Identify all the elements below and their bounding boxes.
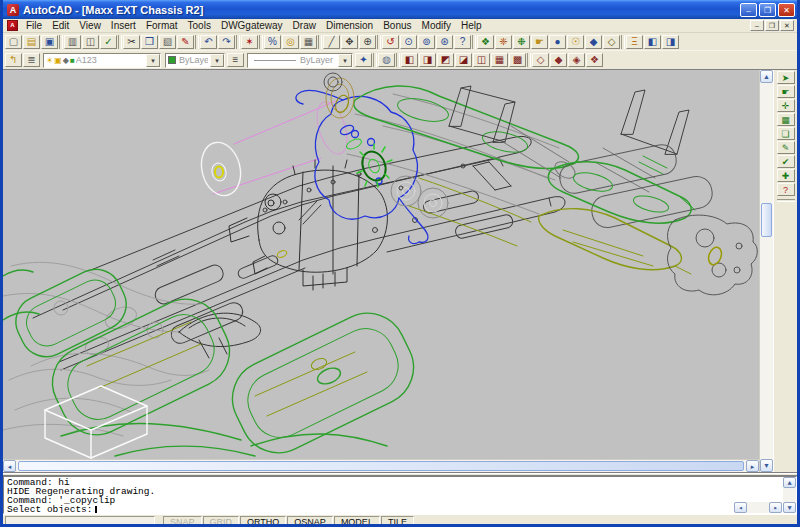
gouraud-shaded-edges-button[interactable]: ▩ (509, 53, 526, 67)
minimize-button[interactable]: – (740, 3, 757, 17)
layer-isolate-button[interactable]: ☛ (531, 35, 548, 49)
close-button[interactable]: ✕ (778, 3, 795, 17)
zoom-in-button[interactable]: ⊚ (418, 35, 435, 49)
layer-combo[interactable]: ☀▣◆■ A123 ▾ (43, 53, 161, 68)
layers-dialog-button[interactable]: ≣ (23, 53, 40, 67)
linetype-combo-dropdown-icon[interactable]: ▾ (338, 54, 352, 67)
mdi-minimize-button[interactable]: – (750, 20, 764, 31)
inquiry-help-button[interactable]: ? (777, 183, 795, 196)
menu-bonus[interactable]: Bonus (378, 19, 416, 32)
color-combo-dropdown-icon[interactable]: ▾ (210, 54, 224, 67)
menu-help[interactable]: Help (456, 19, 487, 32)
command-scroll-up-icon[interactable]: ▲ (783, 477, 796, 488)
menu-tools[interactable]: Tools (183, 19, 216, 32)
print-preview-button[interactable]: ◫ (82, 35, 99, 49)
linetype-button[interactable]: ≡ (227, 53, 244, 67)
launch-browser-button[interactable]: ✶ (241, 35, 258, 49)
color-combo[interactable]: ByLayer ▾ (165, 53, 225, 68)
make-object-layer-current-button[interactable]: ↰ (5, 53, 22, 67)
scroll-right-icon[interactable]: ▸ (746, 460, 759, 472)
lights-button[interactable]: ❖ (586, 53, 603, 67)
layer-unlock-button[interactable]: ◇ (603, 35, 620, 49)
command-scroll-down-icon[interactable]: ▼ (783, 502, 796, 513)
menu-file[interactable]: File (21, 19, 47, 32)
open-button[interactable]: ▤ (23, 35, 40, 49)
scenes-button[interactable]: ◈ (568, 53, 585, 67)
flat-shaded-edges-button[interactable]: ▦ (491, 53, 508, 67)
paste-button[interactable]: ▧ (159, 35, 176, 49)
menu-edit[interactable]: Edit (47, 19, 74, 32)
restore-button[interactable]: ❐ (759, 3, 776, 17)
match-properties-button[interactable]: ✎ (177, 35, 194, 49)
3d-wireframe-button[interactable]: ◨ (419, 53, 436, 67)
cut-button[interactable]: ✂ (123, 35, 140, 49)
2d-wireframe-button[interactable]: ◧ (401, 53, 418, 67)
pan-button[interactable]: ✥ (341, 35, 358, 49)
menu-dwggateway[interactable]: DWGgateway (216, 19, 288, 32)
layer-lock-button[interactable]: ◆ (585, 35, 602, 49)
drawing-canvas[interactable] (3, 70, 759, 459)
layer-off-button[interactable]: ● (549, 35, 566, 49)
drawing-horizontal-scrollbar[interactable]: ◂ ▸ (3, 459, 759, 472)
command-scroll-right-icon[interactable]: ▸ (769, 502, 782, 513)
command-vertical-scrollbar[interactable]: ▲ ▼ (783, 477, 796, 513)
calculator-button[interactable]: ▦ (300, 35, 317, 49)
vertical-scroll-thumb[interactable] (761, 203, 772, 237)
insert-block-button[interactable]: ◨ (662, 35, 679, 49)
copy-button[interactable]: ❐ (141, 35, 158, 49)
command-prompt[interactable]: Select objects: (7, 505, 782, 514)
menu-insert[interactable]: Insert (106, 19, 141, 32)
drawing-file-icon[interactable]: A (7, 20, 18, 31)
distance-button[interactable]: ➤ (777, 71, 795, 84)
save-button[interactable]: ▣ (41, 35, 58, 49)
gouraud-shaded-button[interactable]: ◫ (473, 53, 490, 67)
horizontal-scroll-thumb[interactable] (18, 461, 744, 471)
menu-format[interactable]: Format (141, 19, 183, 32)
scroll-left-icon[interactable]: ◂ (3, 460, 16, 472)
spell-check-button[interactable]: ✓ (100, 35, 117, 49)
print-button[interactable]: ▥ (64, 35, 81, 49)
help-button[interactable]: ? (454, 35, 471, 49)
select-button[interactable]: ✔ (777, 155, 795, 168)
zoom-previous-button[interactable]: ↺ (382, 35, 399, 49)
layer-states-button[interactable]: ❈ (495, 35, 512, 49)
area-button[interactable]: ☛ (777, 85, 795, 98)
inquiry-button[interactable]: ✚ (777, 169, 795, 182)
hide-button[interactable]: ◇ (532, 53, 549, 67)
hidden-line-button[interactable]: ◩ (437, 53, 454, 67)
scroll-down-icon[interactable]: ▼ (760, 459, 773, 472)
layer-on-button[interactable]: ☉ (567, 35, 584, 49)
attach-xref-button[interactable]: ◧ (644, 35, 661, 49)
status-toggle-osnap[interactable]: OSNAP (287, 516, 333, 527)
zoom-window-button[interactable]: ⊙ (400, 35, 417, 49)
region-button[interactable]: ▦ (777, 113, 795, 126)
locate-point-button[interactable]: ✎ (777, 141, 795, 154)
mdi-close-button[interactable]: ✕ (780, 20, 794, 31)
properties-button[interactable]: ✦ (355, 53, 372, 67)
menu-modify[interactable]: Modify (417, 19, 456, 32)
menu-draw[interactable]: Draw (288, 19, 321, 32)
flat-shaded-button[interactable]: ◪ (455, 53, 472, 67)
menu-dimension[interactable]: Dimension (321, 19, 378, 32)
layer-previous-button[interactable]: ❖ (477, 35, 494, 49)
command-horizontal-scrollbar[interactable]: ◂ ▸ (734, 502, 782, 513)
new-file-button[interactable]: ▢ (5, 35, 22, 49)
drawing-vertical-scrollbar[interactable]: ▲ ▼ (759, 70, 773, 472)
tracking-button[interactable]: % (264, 35, 281, 49)
status-toggle-grid[interactable]: GRID (203, 516, 240, 527)
command-window[interactable]: Command: hiHIDE Regenerating drawing.Com… (3, 476, 797, 514)
dbconnect-button[interactable]: Ξ (626, 35, 643, 49)
snap-from-button[interactable]: ◎ (282, 35, 299, 49)
status-toggle-snap[interactable]: SNAP (163, 516, 202, 527)
scroll-up-icon[interactable]: ▲ (760, 70, 773, 83)
command-scroll-left-icon[interactable]: ◂ (734, 502, 747, 513)
menu-view[interactable]: View (74, 19, 106, 32)
layer-match-button[interactable]: ❉ (513, 35, 530, 49)
layer-combo-dropdown-icon[interactable]: ▾ (146, 54, 160, 67)
redo-button[interactable]: ↷ (218, 35, 235, 49)
status-toggle-tile[interactable]: TILE (381, 516, 414, 527)
undo-button[interactable]: ↶ (200, 35, 217, 49)
mdi-restore-button[interactable]: ❐ (765, 20, 779, 31)
status-toggle-model[interactable]: MODEL (334, 516, 380, 527)
sketch-button[interactable]: ╱ (323, 35, 340, 49)
